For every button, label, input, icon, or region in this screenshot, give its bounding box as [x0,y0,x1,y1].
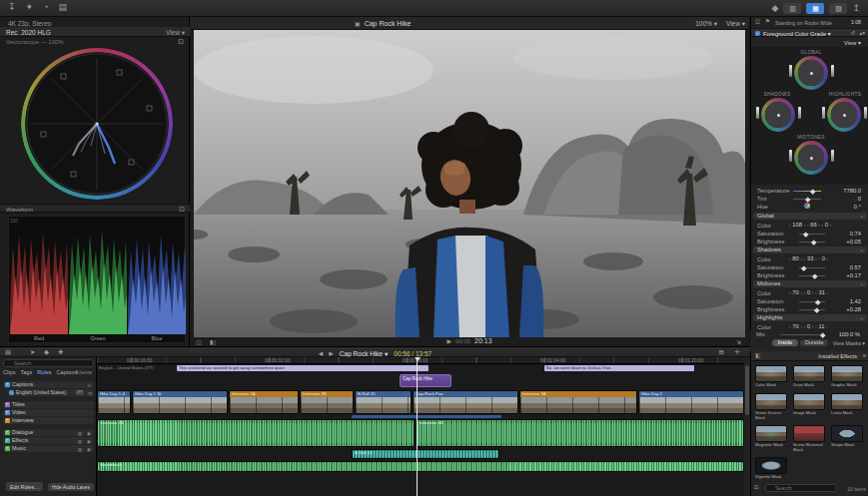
tool-menu-icon[interactable]: ➤ [30,349,35,356]
global-saturation-slider[interactable] [831,65,834,77]
section-highlights[interactable]: Highlights⌄ [753,314,867,321]
tab-clips[interactable]: Clips [3,369,15,375]
reset-icon[interactable]: ↺ [850,31,855,37]
timeline-clip[interactable]: Hike Day 1-4 [97,390,131,414]
index-toggle-icon[interactable]: ▤ [5,349,11,356]
timeline-clip[interactable]: Interview 1A [229,390,299,414]
mask-inside-tab[interactable]: Inside [772,339,798,346]
marker-icon[interactable]: ◆ [44,349,49,356]
playhead[interactable] [417,357,418,496]
edit-roles-button[interactable]: Edit Roles… [6,482,43,491]
section-global[interactable]: Global⌄ [753,213,867,220]
mix-value[interactable]: 100.0 % [839,331,860,337]
section-midtones[interactable]: Midtones⌄ [753,280,867,287]
caption-lane-icon[interactable]: ⊟ [88,390,92,397]
role-row-captions[interactable]: ✓ Captions ⊙ [3,381,94,388]
effect-enable-checkbox[interactable]: ✓ [755,31,760,36]
effect-item[interactable]: Graphic Mask [831,365,863,388]
effect-item[interactable]: Image Mask [793,393,825,416]
timeline-zoom-icon[interactable]: ✛ [735,349,740,356]
audio-clip[interactable]: B-Roll 14 [352,449,499,459]
timeline-clip[interactable]: Interview 2B [300,390,354,414]
shadows-color-wheel[interactable] [761,98,795,132]
effects-toggle-icon[interactable]: ⊡ [754,485,759,491]
share-icon[interactable]: ↥ [852,4,860,13]
play-icon[interactable]: ▶ [446,338,451,344]
effect-item[interactable]: Color Mask [755,365,787,388]
midtones-sat-value[interactable]: 1.42 [850,298,861,304]
viewer-zoom-menu[interactable]: 100% ▾ [695,20,717,28]
effect-item[interactable]: Luma Mask [831,393,863,416]
role-checkbox[interactable]: ✓ [5,430,10,435]
music-clip[interactable]: Soundtrack [97,461,744,472]
tab-tags[interactable]: Tags [20,369,32,375]
waveform-settings-icon[interactable]: ⊡ [179,206,185,214]
media-browser-icon[interactable]: ▤ [59,3,68,12]
timeline-clip[interactable]: Hike Day 1 St [132,390,228,414]
highlights-color-wheel[interactable] [827,98,861,132]
global-sat-value[interactable]: 0.74 [850,231,861,237]
shadows-sat-slider[interactable] [799,267,825,268]
timeline-clip[interactable]: Interview 3A [519,390,637,414]
effect-item[interactable]: Vignette Mask [755,457,787,480]
tint-value[interactable]: 0 [858,196,861,202]
global-bri-value[interactable]: +0.05 [846,239,861,245]
timeline-ruler[interactable]: 00:00:16:00 00:00:32:00 00:00:48:00 00:0… [97,357,744,364]
fullscreen-icon[interactable]: ⇲ [736,339,741,345]
viewer-view-menu[interactable]: View ▾ [726,20,745,28]
inspector-panel-toggle[interactable]: ▨ [829,3,847,14]
role-row-dialogue[interactable]: ✓ Dialogue ▤ ◉ [3,429,94,436]
midtones-bri-value[interactable]: +0.28 [846,306,861,312]
clip-appearance-icon[interactable]: ⊞ [719,349,724,356]
effects-sidebar-icon[interactable]: ◧ [755,353,760,359]
midtones-bri-slider[interactable] [799,309,825,310]
timeline-clip[interactable]: Hike Day 2 [638,390,744,414]
view-masks-menu[interactable]: View Masks ▾ [833,340,865,346]
title-clip[interactable]: Cap Rock Hike [400,374,451,387]
keyword-editor-icon[interactable]: ✦ [26,3,34,12]
caption-settings-icon[interactable]: ⊙ [87,382,91,389]
timeline-clip[interactable]: Cap Rock Pan [413,390,518,414]
midtones-color-steppers[interactable]: ‹ 70 › ‹ 0 › ‹ 31 › [789,289,828,295]
tint-slider[interactable] [793,199,821,200]
scopes-view-menu[interactable]: View ▾ [166,29,185,37]
overlay-options-icon[interactable]: ◫ [196,339,202,345]
effect-item[interactable]: Magnetic Mask [755,425,787,448]
role-checkbox[interactable]: ✓ [5,418,10,423]
effect-item[interactable]: Scene Removal Mask [793,425,825,453]
global-color-wheel[interactable] [794,56,828,90]
shadows-saturation-slider[interactable] [798,107,801,119]
role-checkbox[interactable]: ✓ [5,438,10,443]
midtones-saturation-slider[interactable] [831,150,834,162]
shadows-bri-slider[interactable] [799,275,825,276]
tab-roles[interactable]: Roles [37,369,51,375]
caption-clip[interactable]: So, we went down to Joshua Tree. [544,365,694,371]
mask-outside-tab[interactable]: Outside [800,339,828,346]
mix-slider[interactable] [780,334,824,335]
highlights-color-steppers[interactable]: ‹ 70 › ‹ 0 › ‹ 11 › [789,323,828,329]
import-icon[interactable]: ↧ [8,3,16,12]
audio-clip[interactable]: Interview 4B [417,419,744,447]
highlights-brightness-slider[interactable] [822,107,825,119]
scope-settings-icon[interactable]: ⊡ [178,38,184,45]
shadows-bri-value[interactable]: +0.17 [846,272,861,278]
role-row-interview[interactable]: ✓ Interview [3,417,94,424]
inspector-view-menu[interactable]: View ▾ [844,40,861,46]
midtones-brightness-slider[interactable] [789,150,792,162]
section-shadows[interactable]: Shadows⌄ [753,247,867,253]
audio-clip[interactable]: Interview 1B [97,419,415,447]
add-icon[interactable]: ✚ [58,349,63,356]
effect-item[interactable]: Green Screen Mask [755,393,787,421]
global-brightness-slider[interactable] [789,65,792,77]
lane-icon[interactable]: ▤ [78,446,82,453]
effects-list-icon[interactable]: ≡ [863,353,866,359]
hue-value[interactable]: 0 ° [854,204,861,210]
effects-search-input[interactable] [765,484,837,492]
role-checkbox[interactable]: ✓ [5,446,10,451]
background-tasks-icon[interactable]: ◔ [43,3,48,12]
effect-item[interactable]: Draw Mask [793,365,825,388]
lane-icon[interactable]: ▤ [78,438,82,445]
browser-panel-toggle[interactable]: ▥ [783,3,801,14]
role-row-titles[interactable]: ✓ Titles [3,401,94,408]
temperature-slider[interactable] [793,191,821,192]
